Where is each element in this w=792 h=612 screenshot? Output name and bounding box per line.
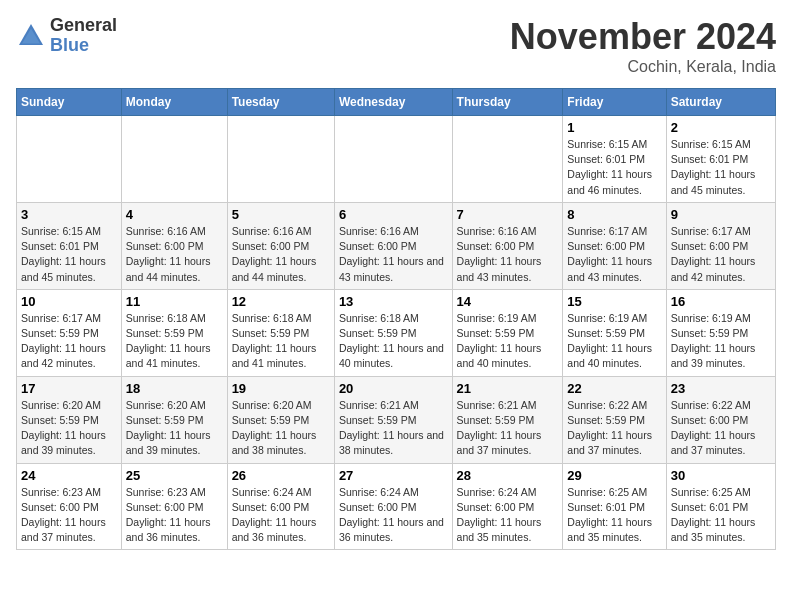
table-row: 28 Sunrise: 6:24 AM Sunset: 6:00 PM Dayl… — [452, 463, 563, 550]
day-info: Sunrise: 6:25 AM Sunset: 6:01 PM Dayligh… — [671, 485, 771, 546]
table-row: 23 Sunrise: 6:22 AM Sunset: 6:00 PM Dayl… — [666, 376, 775, 463]
daylight: Daylight: 11 hours and 36 minutes. — [339, 516, 444, 543]
logo-blue: Blue — [50, 36, 117, 56]
sunset: Sunset: 6:01 PM — [567, 153, 645, 165]
day-info: Sunrise: 6:23 AM Sunset: 6:00 PM Dayligh… — [21, 485, 117, 546]
day-number: 17 — [21, 381, 117, 396]
sunrise: Sunrise: 6:15 AM — [567, 138, 647, 150]
table-row: 8 Sunrise: 6:17 AM Sunset: 6:00 PM Dayli… — [563, 202, 666, 289]
daylight: Daylight: 11 hours and 45 minutes. — [21, 255, 106, 282]
daylight: Daylight: 11 hours and 35 minutes. — [567, 516, 652, 543]
sunset: Sunset: 6:00 PM — [671, 414, 749, 426]
table-row — [17, 116, 122, 203]
sunrise: Sunrise: 6:15 AM — [21, 225, 101, 237]
daylight: Daylight: 11 hours and 37 minutes. — [671, 429, 756, 456]
table-row — [121, 116, 227, 203]
table-row: 30 Sunrise: 6:25 AM Sunset: 6:01 PM Dayl… — [666, 463, 775, 550]
table-row: 27 Sunrise: 6:24 AM Sunset: 6:00 PM Dayl… — [334, 463, 452, 550]
table-row: 24 Sunrise: 6:23 AM Sunset: 6:00 PM Dayl… — [17, 463, 122, 550]
sunset: Sunset: 6:00 PM — [232, 240, 310, 252]
day-info: Sunrise: 6:16 AM Sunset: 6:00 PM Dayligh… — [126, 224, 223, 285]
sunrise: Sunrise: 6:17 AM — [671, 225, 751, 237]
day-info: Sunrise: 6:24 AM Sunset: 6:00 PM Dayligh… — [457, 485, 559, 546]
day-info: Sunrise: 6:24 AM Sunset: 6:00 PM Dayligh… — [232, 485, 330, 546]
header-saturday: Saturday — [666, 89, 775, 116]
table-row: 20 Sunrise: 6:21 AM Sunset: 5:59 PM Dayl… — [334, 376, 452, 463]
daylight: Daylight: 11 hours and 38 minutes. — [232, 429, 317, 456]
day-number: 24 — [21, 468, 117, 483]
daylight: Daylight: 11 hours and 42 minutes. — [671, 255, 756, 282]
sunrise: Sunrise: 6:18 AM — [126, 312, 206, 324]
day-info: Sunrise: 6:23 AM Sunset: 6:00 PM Dayligh… — [126, 485, 223, 546]
table-row: 16 Sunrise: 6:19 AM Sunset: 5:59 PM Dayl… — [666, 289, 775, 376]
daylight: Daylight: 11 hours and 39 minutes. — [126, 429, 211, 456]
day-info: Sunrise: 6:18 AM Sunset: 5:59 PM Dayligh… — [232, 311, 330, 372]
daylight: Daylight: 11 hours and 38 minutes. — [339, 429, 444, 456]
sunrise: Sunrise: 6:19 AM — [567, 312, 647, 324]
sunset: Sunset: 6:00 PM — [457, 240, 535, 252]
day-info: Sunrise: 6:19 AM Sunset: 5:59 PM Dayligh… — [567, 311, 661, 372]
sunset: Sunset: 5:59 PM — [232, 327, 310, 339]
day-number: 10 — [21, 294, 117, 309]
day-info: Sunrise: 6:16 AM Sunset: 6:00 PM Dayligh… — [339, 224, 448, 285]
sunrise: Sunrise: 6:17 AM — [567, 225, 647, 237]
daylight: Daylight: 11 hours and 39 minutes. — [671, 342, 756, 369]
calendar-header-row: Sunday Monday Tuesday Wednesday Thursday… — [17, 89, 776, 116]
table-row — [452, 116, 563, 203]
calendar-week-row: 3 Sunrise: 6:15 AM Sunset: 6:01 PM Dayli… — [17, 202, 776, 289]
day-number: 2 — [671, 120, 771, 135]
table-row: 25 Sunrise: 6:23 AM Sunset: 6:00 PM Dayl… — [121, 463, 227, 550]
sunset: Sunset: 6:01 PM — [21, 240, 99, 252]
daylight: Daylight: 11 hours and 42 minutes. — [21, 342, 106, 369]
table-row: 19 Sunrise: 6:20 AM Sunset: 5:59 PM Dayl… — [227, 376, 334, 463]
sunrise: Sunrise: 6:17 AM — [21, 312, 101, 324]
day-info: Sunrise: 6:16 AM Sunset: 6:00 PM Dayligh… — [232, 224, 330, 285]
table-row: 9 Sunrise: 6:17 AM Sunset: 6:00 PM Dayli… — [666, 202, 775, 289]
day-info: Sunrise: 6:20 AM Sunset: 5:59 PM Dayligh… — [232, 398, 330, 459]
daylight: Daylight: 11 hours and 36 minutes. — [126, 516, 211, 543]
daylight: Daylight: 11 hours and 44 minutes. — [126, 255, 211, 282]
sunset: Sunset: 5:59 PM — [457, 414, 535, 426]
daylight: Daylight: 11 hours and 37 minutes. — [457, 429, 542, 456]
sunset: Sunset: 6:01 PM — [567, 501, 645, 513]
sunrise: Sunrise: 6:19 AM — [671, 312, 751, 324]
day-info: Sunrise: 6:22 AM Sunset: 5:59 PM Dayligh… — [567, 398, 661, 459]
sunset: Sunset: 6:00 PM — [457, 501, 535, 513]
day-info: Sunrise: 6:21 AM Sunset: 5:59 PM Dayligh… — [457, 398, 559, 459]
header-monday: Monday — [121, 89, 227, 116]
sunrise: Sunrise: 6:25 AM — [567, 486, 647, 498]
sunrise: Sunrise: 6:25 AM — [671, 486, 751, 498]
day-number: 5 — [232, 207, 330, 222]
sunset: Sunset: 6:00 PM — [567, 240, 645, 252]
sunrise: Sunrise: 6:15 AM — [671, 138, 751, 150]
daylight: Daylight: 11 hours and 35 minutes. — [671, 516, 756, 543]
sunrise: Sunrise: 6:16 AM — [457, 225, 537, 237]
table-row: 18 Sunrise: 6:20 AM Sunset: 5:59 PM Dayl… — [121, 376, 227, 463]
sunrise: Sunrise: 6:24 AM — [232, 486, 312, 498]
calendar-title: November 2024 — [510, 16, 776, 58]
logo-icon — [16, 21, 46, 51]
sunset: Sunset: 6:00 PM — [126, 501, 204, 513]
day-info: Sunrise: 6:19 AM Sunset: 5:59 PM Dayligh… — [671, 311, 771, 372]
sunrise: Sunrise: 6:20 AM — [21, 399, 101, 411]
day-number: 7 — [457, 207, 559, 222]
header-friday: Friday — [563, 89, 666, 116]
day-number: 6 — [339, 207, 448, 222]
sunrise: Sunrise: 6:18 AM — [339, 312, 419, 324]
logo-text: General Blue — [50, 16, 117, 56]
day-info: Sunrise: 6:25 AM Sunset: 6:01 PM Dayligh… — [567, 485, 661, 546]
day-info: Sunrise: 6:15 AM Sunset: 6:01 PM Dayligh… — [671, 137, 771, 198]
daylight: Daylight: 11 hours and 43 minutes. — [567, 255, 652, 282]
daylight: Daylight: 11 hours and 46 minutes. — [567, 168, 652, 195]
daylight: Daylight: 11 hours and 43 minutes. — [339, 255, 444, 282]
table-row — [227, 116, 334, 203]
sunset: Sunset: 5:59 PM — [671, 327, 749, 339]
day-number: 29 — [567, 468, 661, 483]
table-row: 1 Sunrise: 6:15 AM Sunset: 6:01 PM Dayli… — [563, 116, 666, 203]
day-number: 25 — [126, 468, 223, 483]
sunrise: Sunrise: 6:21 AM — [457, 399, 537, 411]
calendar-table: Sunday Monday Tuesday Wednesday Thursday… — [16, 88, 776, 550]
logo: General Blue — [16, 16, 117, 56]
daylight: Daylight: 11 hours and 45 minutes. — [671, 168, 756, 195]
daylight: Daylight: 11 hours and 36 minutes. — [232, 516, 317, 543]
